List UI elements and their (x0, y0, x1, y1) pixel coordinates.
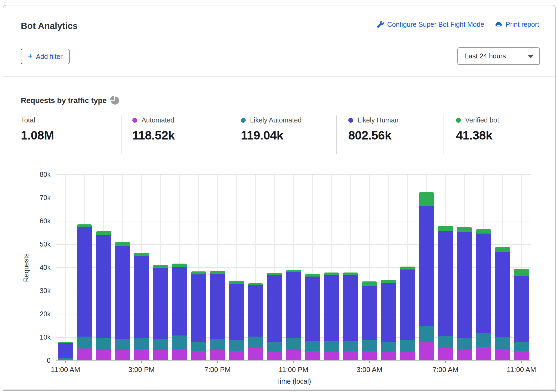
bar-segment (267, 273, 282, 275)
chevron-down-icon (528, 55, 533, 58)
stat-total-value: 1.08M (21, 128, 54, 142)
bar-segment (153, 265, 168, 268)
y-tick-label: 50k (22, 240, 51, 248)
bar-segment (362, 281, 377, 286)
stacked-bar[interactable] (495, 247, 510, 361)
stacked-bar[interactable] (191, 271, 206, 361)
stacked-bar[interactable] (381, 280, 396, 361)
x-tick-mark (217, 361, 218, 363)
stacked-bar[interactable] (58, 342, 73, 361)
time-range-dropdown[interactable]: Last 24 hours (457, 47, 540, 65)
stacked-bar[interactable] (419, 192, 434, 361)
bar-segment (229, 340, 244, 351)
bar-segment (267, 352, 282, 361)
bar-segment (476, 234, 491, 333)
x-tick-mark (65, 361, 66, 363)
stacked-bar[interactable] (362, 281, 377, 361)
stacked-bar[interactable] (96, 231, 111, 361)
stacked-bar[interactable] (210, 271, 225, 361)
x-tick-mark (369, 361, 370, 363)
bar-segment (96, 231, 111, 235)
section-title: Requests by traffic type (21, 96, 119, 105)
stacked-bar[interactable] (305, 274, 320, 361)
bar-segment (419, 326, 434, 342)
bar-segment (210, 271, 225, 274)
stat-likely-human-label: Likely Human (357, 116, 398, 124)
bar-segment (153, 350, 168, 361)
stat-divider (121, 115, 122, 154)
bar-segment (248, 348, 263, 361)
bar-segment (248, 337, 263, 348)
y-tick-label: 0 (22, 357, 51, 364)
print-report-link[interactable]: Print report (495, 21, 539, 28)
bar-segment (172, 267, 187, 335)
bar-segment (115, 242, 130, 246)
bar-segment (248, 285, 263, 337)
bar-segment (172, 335, 187, 349)
bar-segment (438, 348, 453, 361)
stat-divider (444, 115, 444, 154)
y-tick-label: 20k (22, 310, 51, 318)
bar-segment (172, 264, 187, 267)
x-tick-mark (445, 361, 446, 363)
stacked-bar[interactable] (229, 281, 244, 361)
bar-segment (343, 341, 358, 352)
stacked-bar[interactable] (134, 253, 149, 361)
stacked-bar[interactable] (77, 224, 92, 361)
x-tick-label: 11:00 AM (507, 366, 536, 374)
bar-segment (191, 351, 206, 361)
bar-segment (286, 350, 301, 361)
stacked-bar[interactable] (153, 265, 168, 361)
stacked-bar[interactable] (476, 229, 491, 361)
bar-segment (210, 274, 225, 339)
x-tick-label: 7:00 PM (204, 366, 231, 374)
add-filter-button[interactable]: + Add filter (21, 49, 70, 64)
stacked-bar[interactable] (286, 270, 301, 361)
bar-segment (267, 342, 282, 352)
bar-segment (495, 252, 510, 337)
bar-segment (419, 206, 434, 326)
header-links: Configure Super Bot Fight Mode Print rep… (377, 21, 539, 28)
wrench-icon (377, 21, 384, 28)
bar-segment (457, 338, 472, 350)
bar-segment (476, 347, 491, 361)
bar-segment (77, 227, 92, 336)
bar-segment (514, 351, 529, 361)
bar-segment (362, 351, 377, 361)
printer-icon (495, 21, 502, 28)
bar-segment (305, 351, 320, 361)
bar-segment (58, 343, 73, 358)
stacked-bar[interactable] (514, 269, 529, 361)
bar-segment (191, 342, 206, 351)
configure-super-bot-fight-mode-link[interactable]: Configure Super Bot Fight Mode (377, 21, 484, 28)
bar-segment (210, 350, 225, 361)
stacked-bar[interactable] (457, 227, 472, 361)
y-tick-label: 30k (22, 287, 51, 295)
stacked-bar[interactable] (172, 264, 187, 361)
bar-segment (153, 339, 168, 350)
bar-segment (267, 275, 282, 342)
bar-segment (419, 192, 434, 206)
x-tick-label: 7:00 AM (432, 366, 458, 374)
bar-segment (229, 284, 244, 340)
bar-segment (153, 268, 168, 339)
bar-segment (400, 270, 415, 340)
x-tick-mark (141, 361, 142, 363)
stacked-bar[interactable] (438, 226, 453, 361)
stacked-bar[interactable] (324, 273, 339, 361)
bar-segment (362, 340, 377, 351)
y-tick-label: 80k (22, 171, 51, 178)
stacked-bar[interactable] (267, 273, 282, 361)
header-divider (3, 77, 555, 77)
stacked-bar[interactable] (248, 283, 263, 361)
stacked-bar[interactable] (115, 242, 130, 361)
bar-segment (305, 274, 320, 277)
bar-segment (77, 348, 92, 361)
bar-segment (172, 349, 187, 361)
stacked-bar[interactable] (343, 273, 358, 361)
x-tick-label: 11:00 PM (279, 366, 308, 374)
stacked-bar[interactable] (400, 267, 415, 361)
y-tick-label: 70k (22, 194, 51, 202)
bar-segment (229, 281, 244, 283)
bar-segment (115, 339, 130, 350)
